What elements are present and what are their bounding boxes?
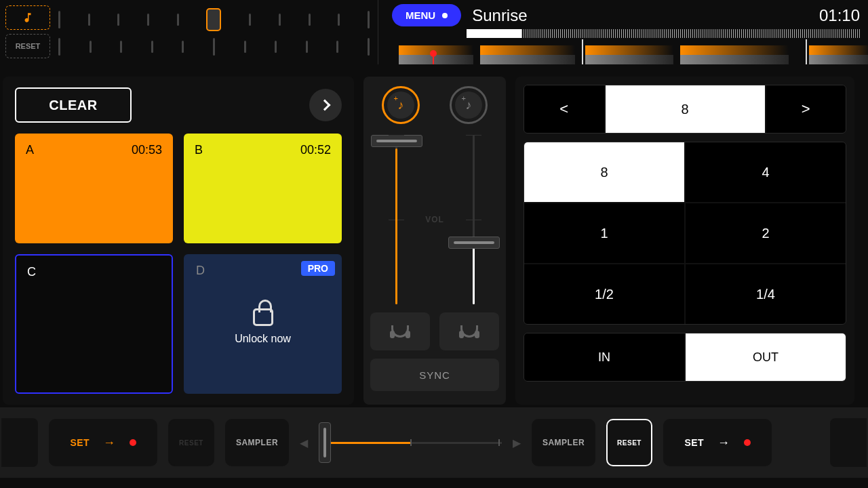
pad-a-label: A: [26, 143, 34, 234]
loop-inout-row: IN OUT: [524, 333, 846, 382]
eq-row-top[interactable]: [56, 8, 372, 31]
bottom-edge-left[interactable]: [1, 418, 38, 467]
pad-d-label: D: [196, 264, 205, 278]
volume-faders: VOL: [370, 135, 499, 304]
menu-label: MENU: [406, 9, 435, 21]
add-music-icon: ♪+: [466, 98, 472, 113]
bottom-bar: SET → RESET SAMPLER ◀ ▶ SAMPLER RESET SE…: [0, 407, 868, 478]
beat-2[interactable]: 2: [686, 203, 846, 263]
beat-4[interactable]: 4: [686, 142, 846, 202]
loop-next-button[interactable]: >: [766, 85, 846, 133]
deck-b-load[interactable]: ♪+: [450, 86, 488, 124]
sampler-button-left[interactable]: SAMPLER: [225, 419, 289, 466]
waveform-main[interactable]: [378, 39, 868, 64]
record-dot-icon: [744, 439, 751, 446]
clear-button[interactable]: CLEAR: [15, 87, 132, 123]
eq-slider-handle[interactable]: [206, 8, 221, 31]
set-label: SET: [684, 437, 704, 448]
set-button-left[interactable]: SET →: [49, 419, 157, 466]
mixer-panel: ♪+ ♪+ VOL SYNC: [363, 77, 506, 405]
track-header: MENU Sunrise 01:10: [378, 0, 868, 26]
loop-prev-button[interactable]: <: [524, 85, 604, 133]
pad-c[interactable]: C: [15, 254, 173, 394]
reset-button-left[interactable]: RESET: [168, 419, 214, 466]
beat-grid: 8 4 1 2 1/2 1/4: [524, 142, 846, 325]
eq-row-bottom[interactable]: [56, 37, 372, 56]
beat-1[interactable]: 1: [524, 203, 684, 263]
menu-indicator-dot: [442, 13, 448, 18]
reset-button-right[interactable]: RESET: [606, 419, 652, 466]
track-time: 01:10: [819, 6, 860, 25]
playhead[interactable]: [433, 54, 434, 64]
pad-a[interactable]: A 00:53: [15, 134, 173, 243]
eq-section: RESET: [0, 0, 378, 64]
beat-half[interactable]: 1/2: [524, 264, 684, 324]
beat-quarter[interactable]: 1/4: [686, 264, 846, 324]
menu-button[interactable]: MENU: [392, 4, 461, 26]
headphone-icon: [460, 325, 478, 338]
headphone-a-button[interactable]: [370, 312, 430, 350]
sync-button[interactable]: SYNC: [370, 359, 499, 391]
main-area: CLEAR A 00:53 B 00:52 C D PRO Unlock now: [0, 64, 868, 405]
deck-a-load[interactable]: ♪+: [382, 86, 420, 124]
fader-a[interactable]: [370, 135, 422, 304]
loop-panel: < 8 > 8 4 1 2 1/2 1/4 IN OUT: [515, 77, 854, 405]
set-label: SET: [70, 437, 90, 448]
xfade-right-arrow-icon: ▶: [513, 436, 521, 449]
arrow-right-icon: →: [103, 436, 116, 450]
headphone-icon: [391, 325, 409, 338]
waveform-overview[interactable]: [467, 29, 860, 38]
music-mode-toggle[interactable]: [5, 5, 50, 30]
crossfader-handle[interactable]: [319, 422, 331, 463]
eq-toggles: RESET: [5, 5, 50, 59]
set-button-right[interactable]: SET →: [663, 419, 772, 466]
track-title: Sunrise: [472, 6, 808, 25]
headphone-row: [370, 312, 499, 350]
loop-value[interactable]: 8: [606, 85, 765, 133]
pad-b-time: 00:52: [300, 143, 331, 234]
track-section: MENU Sunrise 01:10: [378, 0, 868, 64]
pad-c-label: C: [27, 265, 36, 384]
chevron-right-icon: [319, 100, 330, 111]
fader-b-handle[interactable]: [448, 237, 500, 249]
xfade-left-arrow-icon: ◀: [300, 436, 308, 449]
loop-in-button[interactable]: IN: [524, 333, 684, 381]
sampler-panel: CLEAR A 00:53 B 00:52 C D PRO Unlock now: [3, 77, 354, 405]
pad-a-time: 00:53: [132, 143, 162, 234]
pad-b-label: B: [195, 143, 203, 234]
lock-icon: [253, 308, 273, 326]
sampler-button-right[interactable]: SAMPLER: [532, 419, 595, 466]
crossfader[interactable]: [319, 422, 502, 463]
next-page-button[interactable]: [309, 89, 342, 121]
sampler-header: CLEAR: [15, 87, 342, 123]
vol-label: VOL: [425, 215, 444, 224]
fader-a-handle[interactable]: [371, 135, 422, 147]
deck-selectors: ♪+ ♪+: [382, 86, 488, 124]
unlock-text: Unlock now: [235, 333, 291, 345]
headphone-b-button[interactable]: [439, 312, 499, 350]
add-music-icon: ♪+: [398, 98, 404, 113]
beat-8[interactable]: 8: [524, 142, 684, 202]
pad-d[interactable]: D PRO Unlock now: [184, 254, 342, 394]
music-note-icon: [22, 12, 34, 24]
eq-sliders: [56, 5, 372, 59]
topbar: RESET MENU Sunrise 01:10: [0, 0, 868, 64]
pad-grid: A 00:53 B 00:52 C D PRO Unlock now: [15, 134, 342, 394]
eq-reset-button[interactable]: RESET: [5, 34, 50, 58]
loop-out-button[interactable]: OUT: [686, 333, 846, 381]
pad-b[interactable]: B 00:52: [184, 134, 342, 243]
pro-badge: PRO: [301, 261, 335, 276]
bottom-edge-right[interactable]: [830, 418, 867, 467]
arrow-right-icon: →: [717, 436, 730, 450]
fader-b[interactable]: [448, 135, 499, 304]
record-dot-icon: [130, 439, 136, 446]
loop-length-row: < 8 >: [524, 85, 846, 134]
